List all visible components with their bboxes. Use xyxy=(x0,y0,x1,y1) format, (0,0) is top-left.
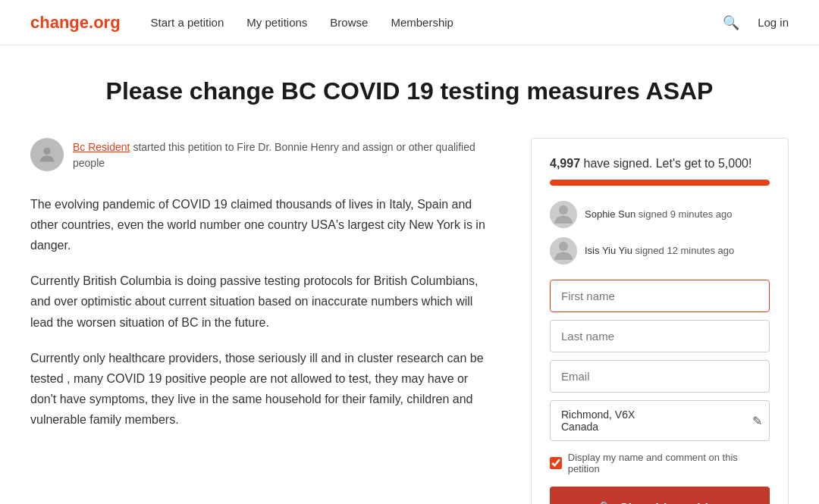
author-action-text: started this petition to xyxy=(133,141,237,153)
content-grid: Bc Resident started this petition to Fir… xyxy=(30,138,789,504)
author-avatar xyxy=(30,138,64,171)
signers-list: Sophie Sun signed 9 minutes ago Isis Yiu… xyxy=(550,201,770,265)
avatar-icon xyxy=(36,144,58,165)
author-description: Bc Resident started this petition to Fir… xyxy=(73,138,485,171)
main-container: Please change BC COVID 19 testing measur… xyxy=(0,45,819,504)
signer-avatar-icon-1 xyxy=(550,201,577,228)
author-name[interactable]: Bc Resident xyxy=(73,141,130,153)
svg-point-2 xyxy=(559,242,568,251)
svg-point-0 xyxy=(43,147,50,154)
login-button[interactable]: Log in xyxy=(758,16,789,29)
petition-para-3: Currently only healthcare providers, tho… xyxy=(30,348,485,430)
signed-number: 4,997 xyxy=(550,157,580,170)
petition-body: The evolving pandemic of COVID 19 claime… xyxy=(30,194,485,430)
nav-browse[interactable]: Browse xyxy=(330,16,368,29)
location-edit-icon[interactable]: ✎ xyxy=(752,413,762,427)
sign-button-label: Sign this petition xyxy=(620,501,724,504)
main-nav: Start a petition My petitions Browse Mem… xyxy=(151,16,720,29)
signer-avatar-2 xyxy=(550,237,577,265)
signed-label: have signed. xyxy=(584,157,653,170)
progress-bar-container xyxy=(550,180,770,186)
page-title: Please change BC COVID 19 testing measur… xyxy=(30,76,789,108)
signature-count: 4,997 have signed. Let's get to 5,000! xyxy=(550,157,770,171)
goal-label: Let's get to 5,000! xyxy=(656,157,752,170)
location-display: Richmond, V6XCanada xyxy=(550,400,770,441)
nav-start-petition[interactable]: Start a petition xyxy=(151,16,224,29)
signer-info-1: Sophie Sun signed 9 minutes ago xyxy=(585,208,732,220)
search-button[interactable]: 🔍 xyxy=(720,11,742,34)
signer-time-label-2: signed 12 minutes ago xyxy=(635,245,735,256)
checkbox-label[interactable]: Display my name and comment on this peti… xyxy=(568,452,770,474)
petition-content: Bc Resident started this petition to Fir… xyxy=(30,138,485,446)
nav-membership[interactable]: Membership xyxy=(391,16,453,29)
svg-point-1 xyxy=(559,205,568,214)
email-input[interactable] xyxy=(550,360,770,393)
signer-avatar-1 xyxy=(550,201,577,228)
display-name-checkbox[interactable] xyxy=(550,457,562,469)
signer-name-2: Isis Yiu Yiu xyxy=(585,245,632,256)
header-actions: 🔍 Log in xyxy=(720,11,789,34)
signer-name-1: Sophie Sun xyxy=(585,208,635,220)
checkbox-row: Display my name and comment on this peti… xyxy=(550,452,770,474)
location-text: Richmond, V6XCanada xyxy=(561,409,635,433)
lock-icon: 🔒 xyxy=(595,500,612,504)
signer-info-2: Isis Yiu Yiu signed 12 minutes ago xyxy=(585,245,734,256)
petition-para-2: Currently British Columbia is doing pass… xyxy=(30,271,485,333)
petition-para-1: The evolving pandemic of COVID 19 claime… xyxy=(30,194,485,256)
signature-panel: 4,997 have signed. Let's get to 5,000! xyxy=(531,138,789,504)
signer-item-2: Isis Yiu Yiu signed 12 minutes ago xyxy=(550,237,770,265)
nav-my-petitions[interactable]: My petitions xyxy=(246,16,307,29)
site-logo[interactable]: change.org xyxy=(30,13,121,33)
search-icon: 🔍 xyxy=(723,15,739,30)
location-field-container: Richmond, V6XCanada ✎ xyxy=(550,400,770,441)
petition-author: Bc Resident started this petition to Fir… xyxy=(30,138,485,171)
site-header: change.org Start a petition My petitions… xyxy=(0,0,819,45)
first-name-input[interactable] xyxy=(550,280,770,312)
last-name-input[interactable] xyxy=(550,320,770,352)
signer-avatar-icon-2 xyxy=(550,237,577,265)
signer-time-label-1: signed 9 minutes ago xyxy=(639,208,733,220)
signer-item: Sophie Sun signed 9 minutes ago xyxy=(550,201,770,228)
progress-bar-fill xyxy=(550,180,770,186)
sign-petition-button[interactable]: 🔒 Sign this petition xyxy=(550,487,770,504)
